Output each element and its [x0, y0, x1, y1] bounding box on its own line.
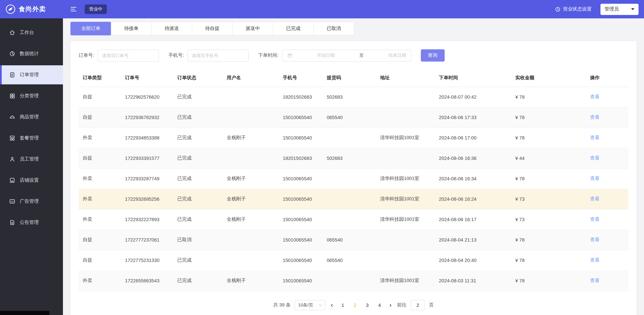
- admin-label: 管理员: [604, 6, 619, 12]
- table-cell: [223, 107, 279, 128]
- table-cell: ¥ 73: [511, 209, 586, 230]
- view-order-link[interactable]: 查看: [590, 135, 600, 140]
- table-cell: 1722932695256: [121, 189, 173, 209]
- table-cell: 1722936782932: [121, 107, 173, 128]
- page-number-4[interactable]: 4: [375, 302, 384, 308]
- sidebar-item-label: 订单管理: [20, 72, 39, 78]
- phone-input[interactable]: [188, 50, 249, 62]
- order-no-input[interactable]: [98, 50, 159, 62]
- view-order-link[interactable]: 查看: [590, 257, 600, 262]
- prev-page-button[interactable]: ‹: [330, 302, 334, 308]
- table-cell: 查看: [586, 189, 628, 209]
- table-cell: 065540: [323, 107, 376, 128]
- table-cell: 15010065540: [278, 189, 323, 209]
- view-order-link[interactable]: 查看: [590, 278, 600, 283]
- table-cell: 已取消: [173, 230, 223, 250]
- sidebar-item-combos[interactable]: 套餐管理: [0, 128, 63, 148]
- table-cell: 502683: [323, 148, 376, 168]
- search-button[interactable]: 查询: [421, 49, 444, 62]
- view-order-link[interactable]: 查看: [590, 237, 600, 242]
- table-cell: 外卖: [78, 209, 121, 230]
- sidebar-item-notices[interactable]: 公告管理: [0, 213, 63, 232]
- table-cell: 查看: [586, 168, 628, 189]
- tab-completed[interactable]: 已完成: [273, 22, 314, 36]
- column-header-4: 手机号: [278, 69, 323, 87]
- table-cell: 查看: [586, 270, 628, 291]
- pagination: 共 39 条 10条/页 ‹ 1234 › 前往 页: [78, 300, 628, 315]
- table-cell: [323, 270, 376, 291]
- date-range-picker[interactable]: 开始日期 至 结束日期: [282, 50, 411, 62]
- sidebar-item-shop[interactable]: 店铺设置: [0, 171, 63, 190]
- admin-dropdown[interactable]: 管理员: [600, 4, 638, 15]
- ad-icon: AD: [9, 198, 15, 204]
- end-date-placeholder: 结束日期: [388, 52, 406, 58]
- goto-label: 前往: [397, 302, 406, 308]
- next-page-button[interactable]: ›: [388, 302, 393, 308]
- table-cell: 已完成: [173, 270, 223, 291]
- tab-cancelled[interactable]: 已取消: [313, 22, 354, 36]
- tab-to-deliver[interactable]: 待派送: [152, 22, 192, 36]
- business-status-button[interactable]: 营业状态设置: [555, 6, 592, 12]
- view-order-link[interactable]: 查看: [590, 196, 600, 202]
- page-number-1[interactable]: 1: [338, 302, 347, 308]
- table-cell: 2024-08-07 00:42: [435, 87, 511, 107]
- bottom-black-bar: [0, 311, 49, 315]
- goto-page-input[interactable]: [410, 300, 425, 310]
- tab-all[interactable]: 全部订单: [70, 22, 111, 36]
- svg-text:AD: AD: [11, 200, 14, 203]
- table-row: 自提1722775231330已完成150100655400655402024-…: [78, 250, 628, 270]
- table-cell: 2024-08-04 20:40: [435, 250, 511, 270]
- table-cell: 502683: [323, 87, 376, 107]
- sidebar-item-orders[interactable]: 订单管理: [0, 65, 63, 84]
- table-cell: 1722932227893: [121, 209, 173, 230]
- tab-to-pickup[interactable]: 待自提: [192, 22, 233, 36]
- table-cell: 全栈刚子: [223, 209, 279, 230]
- tab-delivering[interactable]: 派送中: [232, 22, 273, 36]
- table-cell: 15010065540: [278, 128, 323, 148]
- dish-icon: [9, 114, 15, 120]
- phone-label: 手机号:: [168, 52, 184, 58]
- table-cell: 1722655863543: [121, 270, 173, 291]
- view-order-link[interactable]: 查看: [590, 216, 600, 222]
- sidebar-item-workbench[interactable]: 工作台: [0, 23, 63, 42]
- brand-bird-icon: [6, 4, 16, 14]
- table-cell: [223, 87, 279, 107]
- sidebar-item-categories[interactable]: 分类管理: [0, 86, 63, 106]
- table-cell: 2024-08-06 17:00: [435, 128, 511, 148]
- sidebar-item-dishes[interactable]: 商品管理: [0, 108, 63, 126]
- table-cell: 全栈刚子: [223, 168, 279, 189]
- view-order-link[interactable]: 查看: [590, 114, 600, 120]
- table-cell: 全栈刚子: [223, 189, 279, 209]
- table-cell: 外卖: [78, 270, 121, 291]
- view-order-link[interactable]: 查看: [590, 155, 600, 160]
- order-status-tabs: 全部订单待接单待派送待自提派送中已完成已取消: [70, 22, 636, 36]
- table-row: 外卖1722655863543已完成全栈刚子15010065540清华科技园10…: [78, 270, 628, 291]
- collapse-menu-icon[interactable]: [70, 6, 77, 13]
- page-size-select[interactable]: 10条/页: [295, 300, 326, 310]
- table-cell: 1722934853388: [121, 128, 173, 148]
- table-cell: ¥ 78: [511, 168, 586, 189]
- column-header-5: 提货码: [323, 69, 376, 87]
- tab-pending[interactable]: 待接单: [111, 22, 152, 36]
- table-row: 外卖1722932227893已完成全栈刚子15010065540清华科技园10…: [78, 209, 628, 230]
- page-number-3[interactable]: 3: [363, 302, 372, 308]
- table-cell: ¥ 78: [511, 270, 586, 291]
- table-cell: 2024-08-06 16:24: [435, 189, 511, 209]
- table-row: 自提1722933391577已完成182015026835026832024-…: [78, 148, 628, 168]
- sidebar-item-employees[interactable]: 员工管理: [0, 150, 63, 169]
- sidebar-item-statistics[interactable]: 数据统计: [0, 44, 63, 63]
- table-cell: 查看: [586, 148, 628, 168]
- column-header-8: 实收金额: [511, 69, 586, 87]
- table-cell: 1722933287749: [121, 168, 173, 189]
- table-cell: 查看: [586, 250, 628, 270]
- view-order-link[interactable]: 查看: [590, 176, 600, 181]
- table-cell: ¥ 44: [511, 148, 586, 168]
- main-content: 全部订单待接单待派送待自提派送中已完成已取消 订单号: 手机号: 下单时间: 开…: [63, 18, 644, 315]
- page-number-2[interactable]: 2: [350, 302, 360, 308]
- table-cell: 已完成: [173, 209, 223, 230]
- sidebar-item-ads[interactable]: AD广告管理: [0, 192, 63, 211]
- table-cell: 清华科技园1001室: [376, 189, 435, 209]
- table-cell: 查看: [586, 87, 628, 107]
- column-header-7: 下单时间: [435, 69, 511, 87]
- view-order-link[interactable]: 查看: [590, 94, 600, 99]
